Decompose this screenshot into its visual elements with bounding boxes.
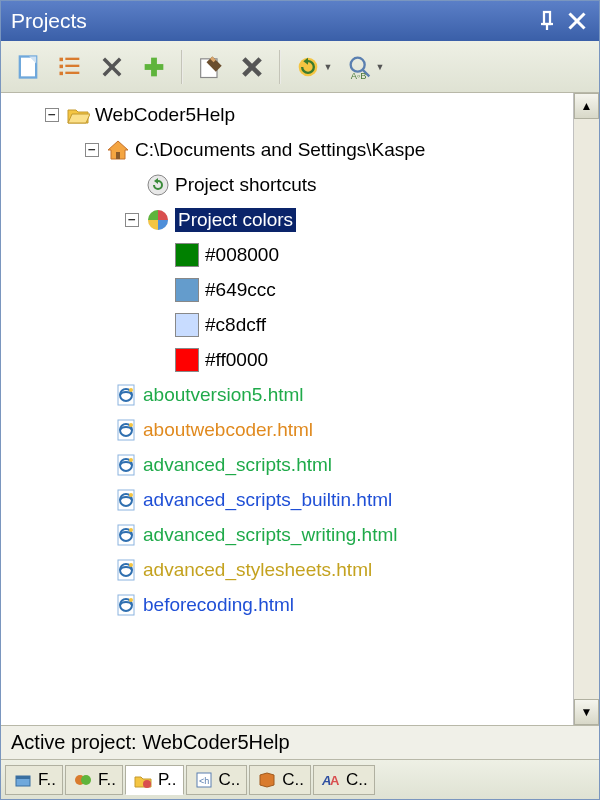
tab-label: C.. — [219, 770, 241, 790]
html-file-icon — [113, 592, 139, 618]
svg-point-40 — [129, 458, 133, 462]
refresh-button[interactable]: ▼ — [289, 47, 337, 87]
close-button[interactable] — [565, 9, 589, 33]
tree-path[interactable]: − C:\Documents and Settings\Kaspe — [5, 132, 573, 167]
file-label: advanced_scripts.html — [143, 454, 332, 476]
find-button[interactable]: A◦B ▼ — [341, 47, 389, 87]
file-label: advanced_stylesheets.html — [143, 559, 372, 581]
svg-rect-0 — [544, 12, 550, 24]
tab-label: C.. — [282, 770, 304, 790]
tree-label-selected: Project colors — [175, 208, 296, 232]
chevron-down-icon: ▼ — [324, 62, 333, 72]
svg-point-49 — [129, 563, 133, 567]
bottom-tab[interactable]: F.. — [65, 765, 123, 795]
svg-rect-54 — [16, 776, 30, 779]
new-document-button[interactable] — [9, 47, 47, 87]
vertical-scrollbar[interactable]: ▲ ▼ — [573, 93, 599, 725]
tree-label: C:\Documents and Settings\Kaspe — [135, 139, 425, 161]
color-label: #c8dcff — [205, 314, 266, 336]
html-file-icon — [113, 522, 139, 548]
scroll-track[interactable] — [574, 119, 599, 699]
svg-point-57 — [143, 780, 151, 788]
file-label: aboutwebcoder.html — [143, 419, 313, 441]
svg-point-37 — [129, 423, 133, 427]
pin-button[interactable] — [535, 9, 559, 33]
piechart-icon — [145, 207, 171, 233]
color-label: #649ccc — [205, 279, 276, 301]
expander-minus[interactable]: − — [45, 108, 59, 122]
bottom-tabs: F..F..P..<hC..C..AAC.. — [1, 759, 599, 799]
html-file-icon — [113, 452, 139, 478]
bottom-tab[interactable]: P.. — [125, 765, 184, 795]
expander-minus[interactable]: − — [125, 213, 139, 227]
html-file-icon — [113, 382, 139, 408]
scroll-up-button[interactable]: ▲ — [574, 93, 599, 119]
file-label: aboutversion5.html — [143, 384, 304, 406]
chevron-down-icon: ▼ — [376, 62, 385, 72]
svg-rect-8 — [60, 64, 64, 68]
remove-button[interactable] — [93, 47, 131, 87]
tree-file-item[interactable]: aboutversion5.html — [5, 377, 573, 412]
toolbar: ▼ A◦B ▼ — [1, 41, 599, 93]
tab-label: C.. — [346, 770, 368, 790]
tree-color-item[interactable]: #c8dcff — [5, 307, 573, 342]
color-swatch — [175, 243, 199, 267]
bottom-tab[interactable]: AAC.. — [313, 765, 375, 795]
svg-rect-28 — [116, 152, 120, 159]
tab-icon — [256, 769, 278, 791]
tree-root[interactable]: − WebCoder5Help — [5, 97, 573, 132]
svg-point-43 — [129, 493, 133, 497]
color-swatch — [175, 348, 199, 372]
tree-shortcuts[interactable]: Project shortcuts — [5, 167, 573, 202]
tab-label: F.. — [98, 770, 116, 790]
status-bar: Active project: WebCoder5Help — [1, 725, 599, 759]
bottom-tab[interactable]: F.. — [5, 765, 63, 795]
tree-file-item[interactable]: aboutwebcoder.html — [5, 412, 573, 447]
tree-file-item[interactable]: advanced_scripts_builtin.html — [5, 482, 573, 517]
tab-label: P.. — [158, 770, 177, 790]
tree-color-item[interactable]: #649ccc — [5, 272, 573, 307]
svg-rect-7 — [60, 57, 64, 61]
tree-file-item[interactable]: advanced_scripts.html — [5, 447, 573, 482]
tree-file-item[interactable]: advanced_stylesheets.html — [5, 552, 573, 587]
svg-point-46 — [129, 528, 133, 532]
svg-text:<h: <h — [199, 776, 209, 786]
add-button[interactable] — [135, 47, 173, 87]
bottom-tab[interactable]: C.. — [249, 765, 311, 795]
html-file-icon — [113, 417, 139, 443]
expander-minus[interactable]: − — [85, 143, 99, 157]
home-icon — [105, 137, 131, 163]
svg-rect-9 — [60, 71, 64, 75]
tree-file-item[interactable]: advanced_scripts_writing.html — [5, 517, 573, 552]
tree-color-item[interactable]: #ff0000 — [5, 342, 573, 377]
folder-open-icon — [65, 102, 91, 128]
svg-point-56 — [81, 775, 91, 785]
tree-label: WebCoder5Help — [95, 104, 235, 126]
titlebar: Projects — [1, 1, 599, 41]
tab-label: F.. — [38, 770, 56, 790]
color-label: #ff0000 — [205, 349, 268, 371]
color-label: #008000 — [205, 244, 279, 266]
svg-point-52 — [129, 598, 133, 602]
shortcut-icon — [145, 172, 171, 198]
file-label: advanced_scripts_builtin.html — [143, 489, 392, 511]
file-label: beforecoding.html — [143, 594, 294, 616]
tree-color-item[interactable]: #008000 — [5, 237, 573, 272]
status-text: Active project: WebCoder5Help — [11, 731, 290, 754]
edit-button[interactable] — [191, 47, 229, 87]
bottom-tab[interactable]: <hC.. — [186, 765, 248, 795]
svg-text:A◦B: A◦B — [350, 70, 366, 80]
delete-button[interactable] — [233, 47, 271, 87]
tree-label: Project shortcuts — [175, 174, 317, 196]
html-file-icon — [113, 557, 139, 583]
list-button[interactable] — [51, 47, 89, 87]
project-tree[interactable]: − WebCoder5Help − C:\Documents and Setti… — [1, 93, 573, 725]
tree-colors[interactable]: − Project colors — [5, 202, 573, 237]
panel-title: Projects — [11, 9, 529, 33]
tree-file-item[interactable]: beforecoding.html — [5, 587, 573, 622]
html-file-icon — [113, 487, 139, 513]
svg-text:A: A — [330, 773, 340, 788]
tab-icon: <h — [193, 769, 215, 791]
scroll-down-button[interactable]: ▼ — [574, 699, 599, 725]
color-swatch — [175, 278, 199, 302]
